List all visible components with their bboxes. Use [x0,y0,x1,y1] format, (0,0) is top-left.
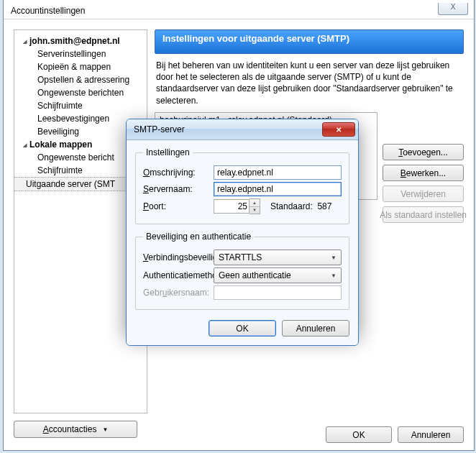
outer-cancel-button[interactable]: Annuleren [398,426,464,443]
smtp-server-dialog: SMTP-server ✕ Instellingen Omschrijving:… [126,119,359,346]
dialog-close-button[interactable]: ✕ [322,122,355,137]
auth-method-select[interactable]: Geen authenticatie ▼ [214,267,342,283]
servername-input[interactable] [214,182,342,196]
add-button[interactable]: Toevoegen... [383,144,464,160]
default-port-label: Standaard: 587 [270,201,331,211]
connection-security-label: Verbindingsbeveiliging: [143,252,214,262]
security-legend: Beveiliging en authenticatie [143,232,254,242]
chevron-down-icon: ▼ [102,426,108,433]
dialog-cancel-button[interactable]: Annuleren [282,320,349,337]
dialog-titlebar: SMTP-server ✕ [127,119,358,140]
dialog-title: SMTP-server [134,124,185,134]
outer-footer: OK Annuleren [326,426,464,443]
description-input[interactable] [214,165,342,180]
description-label: Omschrijving: [143,168,214,178]
spinner-down-icon[interactable]: ▼ [250,207,260,214]
window-title: Accountinstellingen [11,6,85,16]
spinner-up-icon[interactable]: ▲ [250,199,260,207]
tree-item-disk-space[interactable]: Schijfruimte [14,99,147,112]
chevron-down-icon: ▼ [331,255,337,261]
settings-legend: Instellingen [143,147,193,157]
dialog-body: Instellingen Omschrijving: Servernaam: P… [127,140,358,345]
outer-ok-button[interactable]: OK [326,426,392,443]
chevron-down-icon: ▼ [331,273,337,279]
dialog-footer: OK Annuleren [135,317,349,337]
edit-button[interactable]: Bewerken... [383,165,464,181]
panel-description: Bij het beheren van uw identiteiten kunt… [156,60,462,106]
settings-fieldset: Instellingen Omschrijving: Servernaam: P… [135,147,349,224]
port-spinner[interactable]: ▲ ▼ [250,198,260,214]
port-input[interactable] [214,199,250,214]
tree-item-copies-folders[interactable]: Kopieën & mappen [14,60,147,73]
port-label: Poort: [143,201,214,211]
account-actions-button[interactable]: Accountacties ▼ [14,421,137,438]
window-close-button[interactable]: X [438,3,468,15]
close-icon: X [451,3,456,11]
tree-item-server-settings[interactable]: Serverinstellingen [14,47,147,60]
servername-label: Servernaam: [143,184,214,194]
side-button-column: Toevoegen... Bewerken... Verwijderen Als… [383,144,464,223]
tree-account-root[interactable]: john.smith@edpnet.nl [14,35,147,47]
tree-item-junk[interactable]: Ongewenste berichten [14,86,147,99]
titlebar: Accountinstellingen X [4,0,474,19]
panel-header: Instellingen voor uitgaande server (SMTP… [155,29,464,54]
security-fieldset: Beveiliging en authenticatie Verbindings… [135,232,349,310]
connection-security-select[interactable]: STARTTLS ▼ [214,250,342,265]
set-default-button: Als standaard instellen [383,206,464,223]
dialog-ok-button[interactable]: OK [209,320,276,337]
auth-method-label: Authenticatiemethode: [143,270,214,280]
username-input [214,285,342,300]
username-label: Gebruikersnaam: [143,288,214,298]
close-icon: ✕ [336,126,342,134]
tree-item-composition[interactable]: Opstellen & adressering [14,73,147,86]
remove-button: Verwijderen [383,186,464,202]
